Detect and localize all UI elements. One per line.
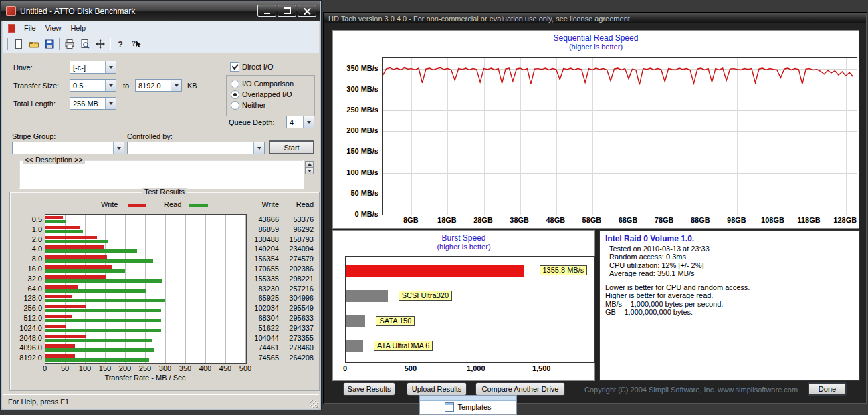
burst-chart-title: Burst Speed (333, 233, 594, 243)
read-bar (45, 279, 162, 283)
stripe-group-select[interactable] (12, 142, 124, 154)
print-button[interactable] (62, 37, 77, 51)
y-axis-tick-label: 100 MB/s (334, 168, 378, 176)
write-bar (45, 226, 80, 229)
direct-io-checkbox[interactable] (230, 62, 239, 72)
write-value: 83230 (244, 285, 279, 293)
close-button[interactable] (298, 5, 316, 17)
drive-value: [-c-] (70, 63, 105, 72)
queue-depth-value: 4 (287, 118, 303, 126)
test-results-title: Test Results (142, 188, 187, 196)
transfer-size-tick-label: 2.0 (13, 235, 42, 243)
description-label: << Description >> (23, 156, 85, 164)
chevron-down-icon[interactable] (105, 80, 116, 91)
controlled-by-select[interactable] (127, 142, 265, 154)
x-axis-tick-label: 58GB (577, 216, 607, 224)
save-results-button[interactable]: Save Results (343, 382, 395, 396)
chevron-down-icon[interactable] (113, 142, 124, 154)
transfer-size-tick-label: 64.0 (13, 285, 42, 293)
x-axis-tick-label: 200 (115, 364, 135, 372)
pan-button[interactable] (92, 37, 108, 51)
write-bar (45, 216, 63, 219)
selected-item-partial[interactable] (420, 396, 516, 401)
burst-bar (346, 315, 365, 327)
burst-speed-chart: 1355.8 MB/sSCSI Ultra320SATA 150ATA Ultr… (345, 256, 595, 363)
chevron-down-icon[interactable] (303, 116, 314, 128)
spin-down-button[interactable] (305, 168, 314, 174)
menu-help[interactable]: Help (66, 23, 90, 33)
read-value: 158793 (279, 235, 314, 243)
list-item-templates[interactable]: Templates (420, 401, 516, 413)
info-note: Higher is better for average read. (605, 291, 750, 299)
description-field[interactable] (19, 160, 304, 189)
x-axis-tick-label: 50 (55, 364, 75, 372)
queue-depth-select[interactable]: 4 (286, 116, 314, 128)
neither-radio[interactable] (231, 101, 239, 110)
write-bar (45, 255, 107, 259)
start-button[interactable]: Start (269, 140, 314, 154)
write-bar (45, 305, 86, 308)
write-bar (45, 354, 75, 358)
write-bar (45, 265, 112, 269)
menu-bar: File View Help (3, 21, 319, 35)
read-value: 274579 (279, 255, 314, 263)
chevron-down-icon[interactable] (105, 61, 116, 73)
help-icon: ? (115, 39, 126, 49)
menu-view[interactable]: View (41, 23, 66, 33)
transfer-size-tick-label: 1024.0 (13, 324, 42, 332)
about-button[interactable]: ? (112, 37, 128, 51)
resize-grip[interactable] (310, 400, 318, 408)
menu-file[interactable]: File (19, 23, 41, 33)
minimize-button[interactable] (257, 5, 276, 17)
upload-results-button[interactable]: Upload Results (407, 382, 467, 396)
gridline (205, 215, 206, 363)
drive-select[interactable]: [-c-] (70, 61, 116, 74)
x-axis-tick-label: 8GB (396, 216, 425, 224)
transfer-size-tick-label: 32.0 (13, 275, 42, 283)
transfer-rate-chart (45, 214, 247, 364)
chevron-down-icon[interactable] (105, 98, 116, 109)
write-bar (45, 295, 72, 298)
transfer-size-from-select[interactable]: 0.5 (70, 79, 116, 92)
read-value: 278460 (279, 343, 314, 352)
x-axis-tick-label: 48GB (541, 216, 570, 224)
write-value: 156354 (244, 255, 279, 263)
chevron-down-icon[interactable] (253, 142, 264, 154)
x-axis-tick-label: 118GB (794, 216, 824, 224)
compare-another-drive-button[interactable]: Compare Another Drive (475, 382, 565, 396)
x-axis-tick-label: 108GB (758, 216, 788, 224)
save-button[interactable] (41, 37, 57, 51)
x-axis-tick-label: 0 (35, 364, 55, 372)
maximize-button[interactable] (278, 5, 296, 17)
atto-titlebar[interactable]: Untitled - ATTO Disk Benchmark (1, 1, 320, 21)
write-value: 104044 (244, 334, 279, 342)
atto-app-icon (6, 6, 16, 16)
x-axis-tick-label: 0 (332, 364, 358, 372)
chevron-down-icon[interactable] (171, 80, 181, 91)
open-file-button[interactable] (26, 37, 41, 51)
new-file-button[interactable] (11, 37, 26, 51)
done-button[interactable]: Done (808, 382, 847, 396)
transfer-size-tick-label: 8.0 (13, 255, 42, 263)
toolbar-separator (110, 38, 110, 50)
svg-text:?: ? (131, 40, 135, 47)
neither-label: Neither (242, 101, 265, 109)
io-comparison-radio[interactable] (231, 80, 239, 88)
overlapped-io-label: Overlapped I/O (242, 90, 292, 98)
spin-up-button[interactable] (305, 161, 314, 168)
atto-title: Untitled - ATTO Disk Benchmark (20, 7, 135, 16)
read-bar (45, 358, 149, 362)
info-line: Random access: 0.3ms (609, 253, 710, 261)
total-length-select[interactable]: 256 MB (70, 97, 116, 110)
hdtach-titlebar[interactable]: HD Tach version 3.0.4.0 - For non-commer… (324, 13, 866, 23)
read-value: 202386 (279, 265, 314, 273)
info-line: Tested on 2010-03-13 at 23:33 (609, 245, 710, 253)
x-axis-tick-label: 250 (135, 364, 155, 372)
overlapped-io-radio[interactable] (231, 90, 239, 99)
print-preview-button[interactable] (77, 37, 92, 51)
transfer-size-to-select[interactable]: 8192.0 (135, 79, 182, 92)
context-help-button[interactable]: ? (128, 37, 143, 51)
write-bar (45, 245, 104, 249)
x-axis-tick-label: 38GB (505, 216, 534, 224)
toolbar-grip[interactable] (5, 38, 8, 50)
